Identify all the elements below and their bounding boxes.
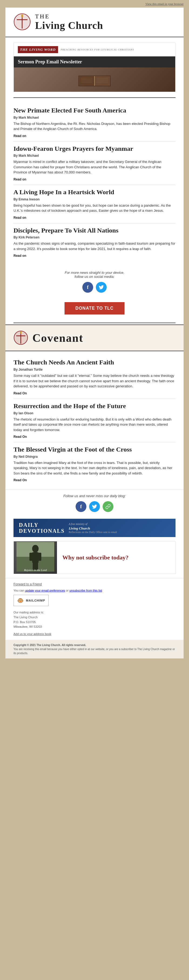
- devotionals-description-text: Reflections on the Daily Office sent to …: [69, 531, 117, 534]
- article-title: The Blessed Virgin at the Foot of the Cr…: [13, 445, 176, 453]
- donate-section: Donate to TLC: [5, 298, 184, 321]
- living-word-tagline: PREACHING RESOURCES FOR LITURGICAL CHRIS…: [61, 48, 134, 51]
- header-the: THE: [35, 13, 103, 20]
- read-on-link[interactable]: Read on: [13, 134, 26, 138]
- read-on-link[interactable]: Read On: [13, 435, 27, 439]
- twitter-icon[interactable]: [96, 282, 107, 293]
- article-excerpt: Myanmar is mired in conflict after a mil…: [13, 159, 176, 175]
- donate-button[interactable]: Donate to TLC: [64, 302, 124, 315]
- article-excerpt: As the pandemic shows signs of waning, c…: [13, 241, 176, 251]
- subscribe-section: Rejoice in the Lord Why not subscribe to…: [13, 541, 176, 574]
- living-church-logo-icon: [13, 13, 31, 31]
- devotionals-title-daily: DAILY: [19, 522, 64, 528]
- header-title: THE Living Church: [35, 13, 103, 31]
- book-illustration: [67, 70, 122, 89]
- subscribe-caption: Rejoice in the Lord: [24, 568, 47, 571]
- article-byline: By Kirk Petersen: [13, 235, 176, 239]
- read-on-link[interactable]: Read on: [13, 254, 26, 258]
- article-excerpt: The Bishop of Northern Argentina, the Rt…: [13, 121, 176, 132]
- svg-point-21: [20, 331, 22, 334]
- social-prompt: For more news straight to your device, f…: [13, 270, 176, 278]
- unsubscribe-link[interactable]: unsubscribe from this list: [69, 589, 102, 592]
- facebook-icon[interactable]: f: [75, 501, 86, 512]
- devotionals-title-area: DAILY DEVOTIONALS: [19, 522, 64, 534]
- devotionals-title-devotionals: DEVOTIONALS: [19, 528, 64, 534]
- svg-point-4: [21, 14, 23, 18]
- facebook-icon[interactable]: f: [82, 282, 93, 293]
- read-on-link[interactable]: Read on: [13, 178, 26, 181]
- mailchimp-label: mailchimp: [26, 599, 45, 602]
- add-address-link[interactable]: Add us to your address book: [13, 632, 51, 636]
- article-title: Idowu-Fearon Urges Prayers for Myanmar: [13, 145, 176, 153]
- twitter-icon[interactable]: [89, 501, 100, 512]
- article-byline: By Ian Olson: [13, 411, 176, 415]
- copyright-text: Copyright © 2021 The Living Church. All …: [13, 643, 176, 655]
- link-icon[interactable]: [103, 501, 114, 512]
- article-excerpt: Being hopeful has been shown to be good …: [13, 203, 176, 213]
- article-title: Resurrection and the Hope of the Future: [13, 402, 176, 410]
- subscribe-heading: Why not subscribe today?: [62, 554, 170, 561]
- top-bar: View this email in your browser: [0, 0, 189, 8]
- svg-rect-28: [37, 553, 41, 561]
- follow-prompt: Follow us and never miss our daily blog:: [13, 494, 176, 498]
- article-title: A Living Hope In a Heartsick World: [13, 188, 176, 196]
- article-item: Disciples, Prepare To Visit All Nations …: [13, 223, 176, 261]
- article-title: Disciples, Prepare To Visit All Nations: [13, 227, 176, 234]
- article-item: A Living Hope In a Heartsick World By Em…: [13, 185, 176, 223]
- follow-section: Follow us and never miss our daily blog:…: [5, 490, 184, 516]
- article-title: New Primate Elected For South America: [13, 107, 176, 115]
- mailing-address-label: Our mailing address is:: [13, 610, 176, 615]
- footer-preference-text: You can update your email preferences or…: [13, 589, 176, 592]
- mailchimp-icon: 🐵: [17, 597, 24, 604]
- subscribe-image: Rejoice in the Lord: [14, 541, 57, 574]
- devotionals-description: A free ministry of Living Church Reflect…: [69, 522, 117, 534]
- article-excerpt: The rhetoric of resurrection is useful f…: [13, 417, 176, 433]
- copyright-subtext: You are receiving this email because you…: [13, 648, 175, 655]
- article-byline: By Neil Dhingra: [13, 455, 176, 458]
- devotionals-brand: Living Church: [69, 526, 117, 531]
- update-preferences-link[interactable]: update your email preferences: [25, 589, 65, 592]
- article-item: Idowu-Fearon Urges Prayers for Myanmar B…: [13, 142, 176, 185]
- living-word-banner: The Living Word PREACHING RESOURCES FOR …: [13, 43, 176, 92]
- subscribe-text-area: Why not subscribe today?: [57, 549, 175, 566]
- svg-rect-27: [29, 553, 33, 561]
- article-byline: By Jonathan Turtle: [13, 368, 176, 371]
- article-byline: By Mark Michael: [13, 116, 176, 119]
- subscribe-person-illustration: [16, 542, 54, 571]
- covenant-logo-icon: [13, 331, 28, 345]
- social-icons-group: f: [13, 282, 176, 293]
- covenant-article-item: Resurrection and the Hope of the Future …: [13, 399, 176, 442]
- covenant-article-item: The Blessed Virgin at the Foot of the Cr…: [13, 442, 176, 485]
- view-in-browser-link[interactable]: View this email in your browser: [146, 2, 184, 5]
- newsletter-image: [14, 67, 175, 92]
- copyright-footer: Copyright © 2021 The Living Church. All …: [5, 640, 184, 659]
- article-item: New Primate Elected For South America By…: [13, 103, 176, 142]
- devotionals-subtitle: A free ministry of: [69, 522, 117, 525]
- read-on-link[interactable]: Read On: [13, 391, 27, 395]
- mailing-address-details: The Living ChurchP.O. Box 510705Milwauke…: [13, 615, 176, 629]
- covenant-header: Covenant: [5, 325, 184, 351]
- article-byline: By Emma Ineson: [13, 197, 176, 201]
- header-brand-name: Living Church: [35, 20, 103, 31]
- section-divider: [13, 97, 176, 98]
- footer-section: Forward to a Friend You can update your …: [5, 578, 184, 640]
- forward-to-friend-link[interactable]: Forward to a Friend: [13, 582, 42, 586]
- footer-links: Forward to a Friend: [13, 582, 176, 586]
- living-word-logo: The Living Word: [18, 46, 58, 53]
- article-byline: By Mark Michael: [13, 154, 176, 158]
- mailchimp-badge: 🐵 mailchimp: [13, 595, 49, 606]
- header: THE Living Church: [5, 8, 184, 37]
- covenant-articles-section: The Church Needs An Ancient Faith By Jon…: [5, 351, 184, 490]
- read-on-link[interactable]: Read On: [13, 478, 27, 482]
- devotionals-banner: DAILY DEVOTIONALS A free ministry of Liv…: [13, 519, 176, 537]
- article-title: The Church Needs An Ancient Faith: [13, 358, 176, 366]
- svg-point-25: [32, 545, 38, 552]
- article-excerpt: Tradition has often imagined Mary at the…: [13, 460, 176, 476]
- mailing-address: Our mailing address is: The Living Churc…: [13, 610, 176, 629]
- social-section: For more news straight to your device, f…: [5, 265, 184, 298]
- covenant-divider: [13, 323, 176, 323]
- covenant-social-icons: f: [13, 501, 176, 512]
- read-on-link[interactable]: Read on: [13, 216, 26, 220]
- tlc-articles-section: New Primate Elected For South America By…: [5, 99, 184, 266]
- covenant-title: Covenant: [32, 331, 83, 344]
